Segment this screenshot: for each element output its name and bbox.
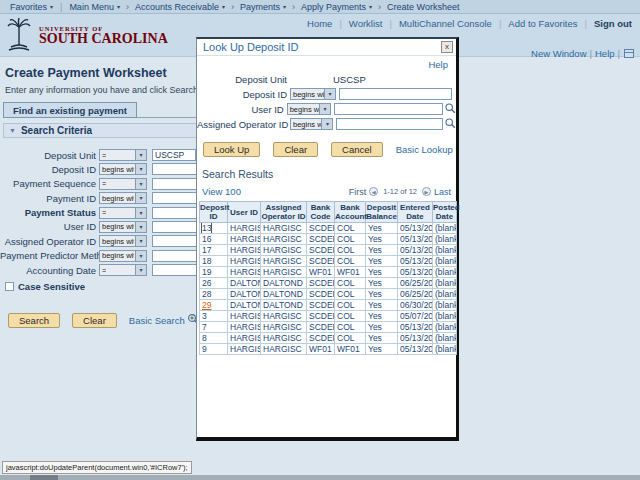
result-cell[interactable]: SCDEP [307, 245, 335, 256]
look-up-button[interactable]: Look Up [203, 142, 260, 157]
search-button[interactable]: Search [8, 313, 60, 328]
dropdown-arrow-icon[interactable]: ▾ [135, 208, 146, 218]
personalize-page-icon[interactable] [624, 49, 634, 58]
deposit-id-link[interactable]: 26 [202, 278, 211, 288]
operator-select[interactable]: begins with▾ [99, 250, 147, 262]
deposit-id-link[interactable]: 7 [202, 322, 207, 332]
result-cell[interactable]: COL [335, 245, 366, 256]
result-cell[interactable]: Yes [366, 245, 398, 256]
dropdown-arrow-icon[interactable]: ▾ [135, 222, 146, 232]
result-cell[interactable]: 05/07/2015 [398, 311, 433, 322]
close-icon[interactable]: x [441, 41, 453, 53]
basic-lookup-link[interactable]: Basic Lookup [396, 144, 453, 155]
result-cell[interactable]: Yes [366, 333, 398, 344]
result-cell[interactable]: 05/13/2015 [398, 256, 433, 267]
result-cell[interactable]: Yes [366, 223, 398, 234]
new-window-link[interactable]: New Window [531, 48, 586, 59]
result-cell[interactable]: SCDEP [307, 289, 335, 300]
operator-select[interactable]: =▾ [99, 207, 147, 219]
result-cell[interactable]: HARGISC [261, 267, 307, 278]
result-cell[interactable]: COL [335, 322, 366, 333]
result-cell[interactable]: Yes [366, 278, 398, 289]
result-cell[interactable]: COL [335, 300, 366, 311]
case-sensitive-checkbox[interactable] [5, 282, 14, 291]
operator-select[interactable]: begins with▾ [99, 221, 147, 233]
result-cell[interactable]: (blank) [433, 344, 457, 355]
modal-operator-select[interactable]: begins with▾ [287, 103, 331, 115]
modal-clear-button[interactable]: Clear [273, 142, 318, 157]
result-cell[interactable]: Yes [366, 311, 398, 322]
result-cell[interactable]: (blank) [433, 256, 457, 267]
header-link-add-to-favorites[interactable]: Add to Favorites [508, 18, 577, 29]
clear-button[interactable]: Clear [72, 313, 117, 328]
result-cell[interactable]: (blank) [433, 223, 457, 234]
result-cell[interactable]: 05/13/2015 [398, 234, 433, 245]
result-cell[interactable]: HARGISC [228, 223, 261, 234]
lookup-magnifier-icon[interactable] [445, 118, 456, 129]
result-cell[interactable]: WF01 [307, 344, 335, 355]
result-cell[interactable]: DALTOND [261, 300, 307, 311]
deposit-id-link[interactable]: 13 [202, 223, 211, 233]
modal-operator-select[interactable]: begins with▾ [290, 88, 336, 100]
result-cell[interactable]: SCDEP [307, 300, 335, 311]
modal-help-link[interactable]: Help [428, 59, 448, 70]
result-cell[interactable]: HARGISC [261, 234, 307, 245]
result-cell[interactable]: (blank) [433, 234, 457, 245]
help-link[interactable]: Help [595, 48, 615, 59]
result-cell[interactable]: (blank) [433, 267, 457, 278]
result-cell[interactable]: HARGISC [228, 267, 261, 278]
operator-select[interactable]: =▾ [99, 149, 147, 161]
deposit-id-link[interactable]: 3 [202, 311, 207, 321]
operator-select[interactable]: begins with▾ [99, 235, 147, 247]
deposit-id-link[interactable]: 28 [202, 289, 211, 299]
result-cell[interactable]: (blank) [433, 311, 457, 322]
field-input[interactable]: USCSP [152, 149, 196, 161]
tab-find-existing-payment[interactable]: Find an existing payment [3, 102, 137, 118]
result-cell[interactable]: 05/13/2015 [398, 322, 433, 333]
result-cell[interactable]: DALTOND [228, 278, 261, 289]
result-cell[interactable]: COL [335, 234, 366, 245]
result-cell[interactable]: SCDEP [307, 256, 335, 267]
header-link-multichannel-console[interactable]: MultiChannel Console [399, 18, 492, 29]
result-cell[interactable]: WF01 [335, 267, 366, 278]
breadcrumb-item-create-worksheet[interactable]: Create Worksheet [387, 2, 459, 12]
deposit-id-link[interactable]: 9 [202, 344, 207, 354]
result-cell[interactable]: DALTOND [228, 289, 261, 300]
result-cell[interactable]: (blank) [433, 333, 457, 344]
result-cell[interactable]: COL [335, 289, 366, 300]
deposit-id-link[interactable]: 18 [202, 256, 211, 266]
dropdown-arrow-icon[interactable]: ▾ [321, 119, 332, 129]
result-cell[interactable]: COL [335, 311, 366, 322]
breadcrumb-item-payments[interactable]: Payments▾ [240, 2, 286, 12]
result-cell[interactable]: Yes [366, 289, 398, 300]
result-cell[interactable]: HARGISC [228, 256, 261, 267]
operator-select[interactable]: =▾ [99, 178, 147, 190]
result-cell[interactable]: SCDEP [307, 234, 335, 245]
result-cell[interactable]: HARGISC [261, 245, 307, 256]
result-cell[interactable]: HARGISC [228, 245, 261, 256]
result-cell[interactable]: HARGISC [228, 234, 261, 245]
breadcrumb-item-favorites[interactable]: Favorites▾ [10, 2, 53, 12]
dropdown-arrow-icon[interactable]: ▾ [135, 236, 146, 246]
operator-select[interactable]: begins with▾ [99, 163, 147, 175]
result-cell[interactable]: HARGISC [228, 322, 261, 333]
basic-search-link[interactable]: Basic Search [129, 315, 185, 326]
lookup-magnifier-icon[interactable] [445, 103, 456, 114]
result-cell[interactable]: (blank) [433, 300, 457, 311]
dropdown-arrow-icon[interactable]: ▾ [135, 164, 146, 174]
result-cell[interactable]: (blank) [433, 278, 457, 289]
result-cell[interactable]: HARGISC [261, 344, 307, 355]
result-cell[interactable]: HARGISC [228, 333, 261, 344]
result-cell[interactable]: Yes [366, 344, 398, 355]
result-cell[interactable]: HARGISC [228, 344, 261, 355]
result-cell[interactable]: HARGISC [261, 333, 307, 344]
dropdown-arrow-icon[interactable]: ▾ [135, 179, 146, 189]
result-cell[interactable]: 05/13/2015 [398, 223, 433, 234]
result-cell[interactable]: Yes [366, 234, 398, 245]
result-cell[interactable]: (blank) [433, 245, 457, 256]
lookup-magnifier-icon[interactable] [445, 115, 456, 133]
breadcrumb-item-main-menu[interactable]: Main Menu▾ [69, 2, 120, 12]
result-cell[interactable]: 05/13/2015 [398, 344, 433, 355]
result-cell[interactable]: SCDEP [307, 322, 335, 333]
modal-field-input[interactable] [334, 103, 443, 115]
